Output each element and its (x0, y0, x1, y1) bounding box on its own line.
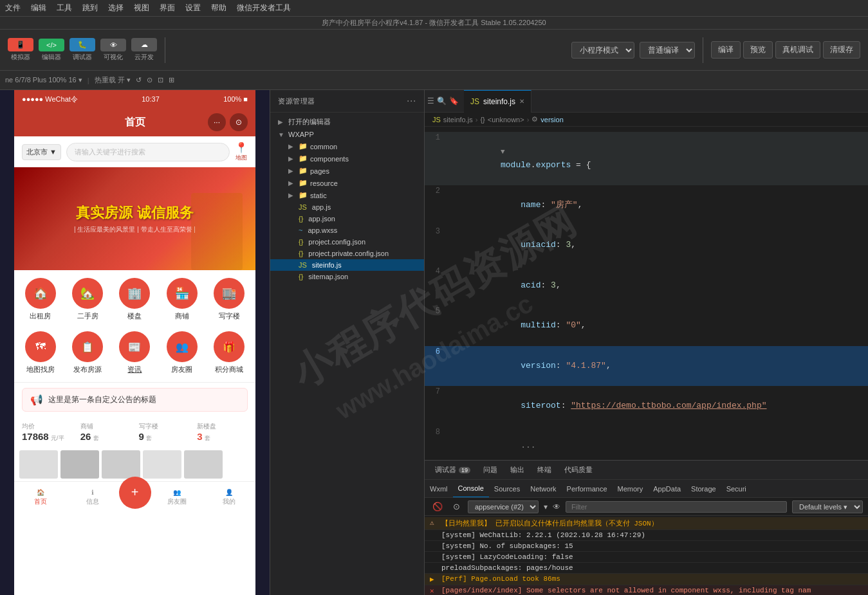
mode-select[interactable]: 小程序模式 (571, 42, 634, 59)
editor-sidebar-toggle-icon[interactable]: ☰ (427, 96, 434, 105)
devtools-tab-output[interactable]: 输出 (505, 461, 530, 480)
explorer-file-sitemap[interactable]: {} sitemap.json (270, 271, 424, 282)
devtools-clear-icon[interactable]: 🚫 (430, 500, 445, 513)
category-news[interactable]: 📰 资讯 (114, 331, 156, 374)
hotload-toggle[interactable]: 热重载 开 ▾ (95, 75, 131, 85)
devtools-dropdown-arrow[interactable]: ▾ (544, 502, 548, 511)
devtools-inner-tab-performance[interactable]: Performance (562, 480, 613, 498)
menu-select[interactable]: 选择 (108, 3, 124, 14)
explorer-folder-components[interactable]: ▶ 📁 components (270, 152, 424, 165)
category-newdev[interactable]: 🏢 楼盘 (114, 278, 156, 321)
nav-mine[interactable]: 👤 我的 (203, 489, 255, 506)
category-shop[interactable]: 🏪 商铺 (161, 278, 203, 321)
menu-tools[interactable]: 工具 (57, 3, 72, 14)
devtools-pause-icon[interactable]: ⊙ (450, 500, 463, 513)
machine-debug-button[interactable]: 真机调试 (775, 41, 820, 59)
devtools-inner-tab-wxml[interactable]: Wxml (425, 480, 453, 498)
sub-toolbar-refresh-icon[interactable]: ↺ (136, 76, 142, 84)
devtools-tab-quality-label: 代码质量 (564, 465, 593, 475)
category-rent[interactable]: 🏠 出租房 (19, 278, 61, 321)
phone-notice[interactable]: 📢 这里是第一条自定义公告的标题 (22, 388, 248, 412)
menu-wechat-dev[interactable]: 微信开发者工具 (237, 3, 291, 14)
visualize-button[interactable]: 👁 (100, 39, 126, 51)
debugger-button[interactable]: 🐛 (69, 38, 95, 51)
menu-view[interactable]: 视图 (134, 3, 149, 14)
explorer-folder-pages[interactable]: ▶ 📁 pages (270, 165, 424, 177)
category-circle[interactable]: 👥 房友圈 (161, 331, 203, 374)
nav-publish-center[interactable]: + (119, 477, 151, 509)
explorer-folder-resource[interactable]: ▶ 📁 resource (270, 177, 424, 189)
explorer-panel: 资源管理器 ··· ▶ 打开的编辑器 ▼ WXAPP ▶ 📁 common ▶ … (270, 90, 425, 595)
menu-edit[interactable]: 编辑 (31, 3, 46, 14)
folder-components-label: components (310, 155, 349, 163)
simulator-button[interactable]: 📱 (8, 38, 33, 51)
devtools-tab-quality[interactable]: 代码质量 (559, 461, 598, 480)
line-content-5: multiid: "0", (450, 306, 858, 345)
category-mapfind[interactable]: 🗺 地图找房 (19, 331, 61, 374)
log-text-4: [system] LazyCodeLoading: false (441, 553, 863, 561)
folder-common-label: common (310, 143, 337, 151)
devtools-inner-tab-sources[interactable]: Sources (489, 480, 525, 498)
devtools-inner-tab-storage[interactable]: Storage (686, 480, 721, 498)
menu-file[interactable]: 文件 (5, 3, 21, 14)
explorer-file-projectprivate[interactable]: {} project.private.config.json (270, 248, 424, 259)
preview-button[interactable]: 预览 (743, 41, 773, 59)
compile-mode-select[interactable]: 普通编译 (640, 42, 695, 59)
explorer-file-projectconfig[interactable]: {} project.config.json (270, 236, 424, 248)
menu-help[interactable]: 帮助 (211, 3, 226, 14)
phone-map-button[interactable]: 📍 地图 (235, 142, 248, 162)
editor-button[interactable]: </> (39, 39, 64, 51)
devtools-context-select[interactable]: appservice (#2) (468, 500, 539, 513)
sub-toolbar-icon3[interactable]: ⊡ (158, 76, 163, 84)
category-points[interactable]: 🎁 积分商城 (208, 331, 250, 374)
devtools-tab-terminal[interactable]: 终端 (532, 461, 557, 480)
devtools-filter-input[interactable] (566, 501, 787, 513)
explorer-file-appjs[interactable]: JS app.js (270, 201, 424, 213)
editor-bookmark-icon[interactable]: 🔖 (449, 96, 459, 105)
devtools-inner-tab-appdata[interactable]: AppData (648, 480, 686, 498)
devtools-tab-terminal-label: 终端 (537, 465, 551, 475)
devtools-inner-tab-network[interactable]: Network (525, 480, 561, 498)
tab-close-icon[interactable]: ✕ (519, 98, 524, 105)
phone-target-icon[interactable]: ⊙ (230, 113, 248, 131)
explorer-open-editors[interactable]: ▶ 打开的编辑器 (270, 115, 424, 129)
cloud-button[interactable]: ☁ (131, 38, 157, 51)
phone-stats-row: 均价 17868 元/平 商铺 26 套 写字楼 9 (14, 417, 255, 448)
editor-search-icon[interactable]: 🔍 (437, 96, 447, 105)
device-selector[interactable]: ne 6/7/8 Plus 100% 16 ▾ (5, 76, 82, 84)
devtools-inner-tab-securi[interactable]: Securi (721, 480, 752, 498)
devtools-inner-tab-memory[interactable]: Memory (613, 480, 649, 498)
file-sitemap-label: sitemap.json (308, 273, 348, 280)
menu-interface[interactable]: 界面 (160, 3, 175, 14)
devtools-eye-icon[interactable]: 👁 (553, 502, 560, 511)
explorer-more-icon[interactable]: ··· (407, 95, 416, 107)
log-text-7: [pages/index/index] Some selectors are n… (441, 587, 863, 594)
sub-toolbar-stop-icon[interactable]: ⊙ (147, 76, 152, 84)
category-office[interactable]: 🏬 写字楼 (208, 278, 250, 321)
compile-button[interactable]: 编译 (711, 41, 741, 59)
devtools-tab-debugger[interactable]: 调试器 19 (430, 461, 476, 480)
devtools-level-select[interactable]: Default levels ▾ (792, 500, 863, 513)
phone-city-selector[interactable]: 北京市 ▼ (22, 144, 61, 160)
menu-goto[interactable]: 跳到 (82, 3, 98, 14)
devtools-tab-problems[interactable]: 问题 (478, 461, 503, 480)
sub-toolbar-icon4[interactable]: ⊞ (169, 76, 174, 84)
menu-settings[interactable]: 设置 (185, 3, 201, 14)
explorer-file-appwxss[interactable]: ~ app.wxss (270, 224, 424, 236)
explorer-wxapp-root[interactable]: ▼ WXAPP (270, 129, 424, 140)
category-publish[interactable]: 📋 发布房源 (66, 331, 108, 374)
explorer-file-siteinfo[interactable]: JS siteinfo.js (270, 259, 424, 271)
nav-home[interactable]: 🏠 首页 (14, 489, 66, 506)
nav-circle[interactable]: 👥 房友圈 (151, 489, 203, 506)
editor-tab-siteinfo[interactable]: JS siteinfo.js ✕ (464, 90, 531, 113)
phone-search-input[interactable]: 请输入关键字进行搜索 (66, 143, 230, 161)
explorer-folder-static[interactable]: ▶ 📁 static (270, 189, 424, 201)
category-newdev-icon: 🏢 (119, 278, 150, 309)
category-secondhand[interactable]: 🏡 二手房 (66, 278, 108, 321)
nav-info[interactable]: ℹ 信息 (66, 489, 118, 506)
clear-cache-button[interactable]: 清缓存 (823, 41, 860, 59)
phone-menu-icon[interactable]: ··· (208, 113, 226, 131)
devtools-inner-tab-console[interactable]: Console (453, 480, 489, 498)
explorer-file-appjson[interactable]: {} app.json (270, 213, 424, 224)
explorer-folder-common[interactable]: ▶ 📁 common (270, 140, 424, 152)
